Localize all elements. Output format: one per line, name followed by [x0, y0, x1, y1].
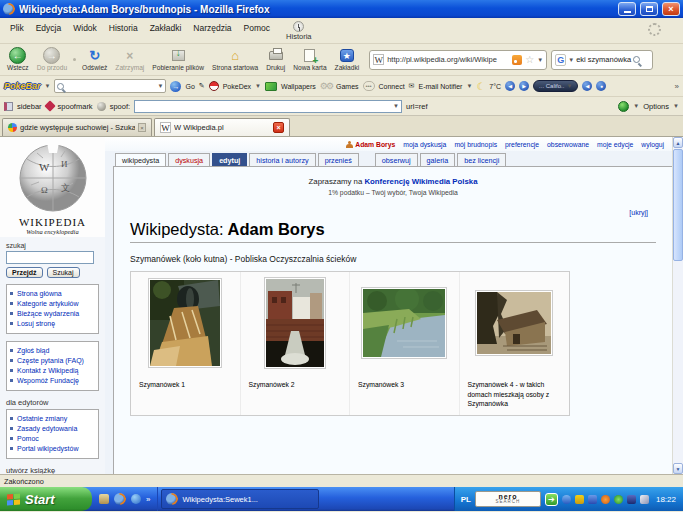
stop-button[interactable]: × Zatrzymaj [111, 48, 148, 71]
pokebar-search-input[interactable]: ▼ [54, 79, 166, 93]
gallery-image-pond[interactable] [361, 287, 447, 359]
more-options-icon[interactable]: ••• [363, 81, 375, 91]
gallery-image-treatment-plant[interactable] [264, 277, 326, 369]
tab-obserwuj[interactable]: obserwuj [375, 153, 418, 166]
pokedex-button[interactable]: PokeDex [223, 83, 251, 90]
restore-button[interactable] [640, 2, 658, 16]
close-button[interactable]: × [662, 2, 680, 16]
sidebar-item-recent-changes[interactable]: Ostatnie zmiany [10, 414, 95, 424]
gallery-image-sewage-pipe[interactable] [148, 278, 222, 368]
nero-search-widget[interactable]: nero SEARCH [475, 491, 541, 507]
tab-google-search[interactable]: gdzie występuje suchowiej - Szukaj w ...… [2, 118, 152, 136]
print-button[interactable]: Drukuj [262, 48, 289, 71]
my-sandbox-link[interactable]: mój brudnopis [454, 141, 497, 148]
user-page-link[interactable]: Adam Borys [346, 141, 395, 148]
menu-historia[interactable]: Historia [103, 21, 144, 35]
bookmark-star-icon[interactable]: ☆ [525, 54, 534, 65]
pokebar-search-dropdown-icon[interactable]: ▼ [158, 83, 164, 89]
refresh-button[interactable]: ↻ Odśwież [78, 48, 111, 71]
games-button[interactable]: Games [336, 83, 359, 90]
start-button[interactable]: Start [0, 487, 92, 511]
security-shield-icon[interactable] [575, 495, 584, 504]
connect-button[interactable]: Connect [379, 83, 405, 90]
player-track-pill[interactable]: ... Califo.. ▼ [533, 80, 578, 92]
history-toolbar-button[interactable]: Historia [286, 21, 311, 41]
google-engine-icon[interactable]: G [555, 54, 566, 66]
options-button[interactable]: Options [643, 102, 669, 111]
tab-historia-i-autorzy[interactable]: historia i autorzy [249, 153, 315, 166]
options-dropdown-icon[interactable]: ▼ [673, 103, 679, 109]
spoof-input-dropdown-icon[interactable]: ▼ [393, 103, 399, 109]
tab-przenies[interactable]: przenieś [318, 153, 359, 166]
search-magnifier-icon[interactable] [633, 56, 640, 63]
player-vol-up-icon[interactable]: ● [596, 81, 606, 91]
menu-widok[interactable]: Widok [67, 21, 103, 35]
watchlist-link[interactable]: obserwowane [547, 141, 589, 148]
wikipedia-logo[interactable]: W И Ω 文 WIKIPEDIA Wolna encyklopedia [0, 137, 105, 237]
address-bar[interactable]: W http://pl.wikipedia.org/wiki/Wikipe ☆ … [369, 50, 547, 70]
toolbar-overflow-chevron[interactable]: » [675, 82, 679, 91]
tab-galeria[interactable]: galeria [420, 153, 456, 166]
spoof-input[interactable]: ▼ [134, 100, 402, 113]
globe-dropdown-icon[interactable]: ▼ [633, 103, 639, 109]
nero-go-arrow-icon[interactable]: ➔ [545, 493, 558, 506]
minimize-button[interactable] [618, 2, 636, 16]
pokebar-logo[interactable]: PokeBar [4, 81, 41, 91]
new-tab-button[interactable]: Nowa karta [289, 48, 330, 71]
show-desktop-icon[interactable] [99, 494, 109, 504]
go-button[interactable]: Go [185, 83, 194, 90]
tab-wikipedia[interactable]: W W Wikipedia.pl × [154, 118, 290, 136]
printer-tray-icon[interactable] [627, 495, 636, 504]
globe-icon[interactable] [618, 101, 629, 112]
logout-link[interactable]: wyloguj [641, 141, 664, 148]
tab1-close-icon[interactable]: × [138, 123, 146, 132]
language-indicator[interactable]: PL [461, 495, 471, 504]
tab-dyskusja[interactable]: dyskusja [168, 153, 210, 166]
search-bar[interactable]: G ▼ eki szymanówka [551, 50, 653, 70]
email-dropdown-icon[interactable]: ▼ [466, 83, 472, 89]
update-icon[interactable] [601, 495, 610, 504]
mouse-icon[interactable] [640, 495, 649, 504]
url-dropdown-icon[interactable]: ▼ [537, 57, 543, 63]
highlight-pen-icon[interactable]: ✎ [199, 82, 205, 90]
wallpapers-button[interactable]: Wallpapers [281, 83, 316, 90]
player-prev-icon[interactable]: ◀ [505, 81, 515, 91]
forward-button[interactable]: → Do przodu [33, 48, 71, 71]
ie-icon[interactable] [131, 494, 141, 504]
go-to-page-button[interactable]: Przejdź [6, 267, 43, 278]
taskbar-window-button[interactable]: Wikipedysta:Sewek1... [161, 489, 319, 509]
gallery-image-old-house[interactable] [475, 290, 553, 356]
wiki-search-button[interactable]: Szukaj [47, 267, 80, 278]
quicklaunch-overflow-chevron[interactable]: » [146, 495, 150, 504]
spoofmark-button[interactable]: spoofmark [58, 102, 93, 111]
engine-dropdown-icon[interactable]: ▼ [568, 57, 574, 63]
sidebar-item-help[interactable]: Pomoc [10, 434, 95, 444]
network-icon[interactable] [588, 495, 597, 504]
sidebar-item-categories[interactable]: Kategorie artykułów [10, 299, 95, 309]
pokedex-dropdown-icon[interactable]: ▼ [255, 83, 261, 89]
preferences-link[interactable]: preferencje [505, 141, 539, 148]
firefox-quicklaunch-icon[interactable] [114, 493, 126, 505]
tab-close-icon[interactable]: × [273, 122, 284, 133]
scroll-down-icon[interactable]: ▼ [673, 463, 683, 474]
sidebar-item-editing-rules[interactable]: Zasady edytowania [10, 424, 95, 434]
scroll-up-icon[interactable]: ▲ [673, 137, 683, 148]
sidebar-item-donate[interactable]: Wspomóż Fundację [10, 376, 95, 386]
hide-banner-link[interactable]: [ukryj] [629, 209, 648, 216]
sidebar-item-current-events[interactable]: Bieżące wydarzenia [10, 309, 95, 319]
sidebar-item-random-page[interactable]: Losuj stronę [10, 319, 95, 329]
rss-feed-icon[interactable] [512, 55, 522, 65]
menu-plik[interactable]: Plik [4, 21, 30, 35]
sidebar-toggle[interactable]: sidebar [17, 102, 42, 111]
tab-edytuj[interactable]: edytuj [212, 153, 247, 166]
conference-link[interactable]: Konferencję Wikimedia Polska [364, 177, 477, 186]
downloads-button[interactable]: Pobieranie plików [148, 48, 208, 71]
menu-narzedzia[interactable]: Narzędzia [187, 21, 237, 35]
sidebar-item-editors-portal[interactable]: Portal wikipedystów [10, 444, 95, 454]
tab-wikipedysta[interactable]: wikipedysta [115, 153, 166, 166]
my-contributions-link[interactable]: moje edycje [597, 141, 633, 148]
bookmarks-button[interactable]: ★ Zakładki [331, 48, 364, 71]
home-button[interactable]: ⌂ Strona startowa [208, 48, 262, 71]
player-vol-down-icon[interactable]: ◀ [582, 81, 592, 91]
menu-pomoc[interactable]: Pomoc [238, 21, 276, 35]
